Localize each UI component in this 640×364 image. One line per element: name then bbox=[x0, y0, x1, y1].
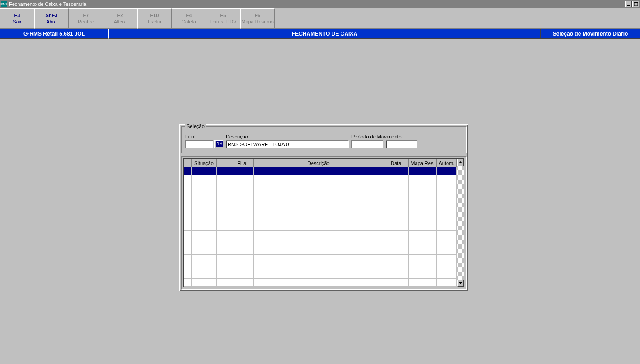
app-icon: RMS bbox=[1, 1, 7, 7]
toolbar-key: F4 bbox=[186, 13, 192, 18]
col-blank3[interactable] bbox=[224, 159, 231, 167]
table-row[interactable] bbox=[184, 167, 457, 175]
periodo-from-input[interactable] bbox=[351, 140, 383, 148]
toolbar-key: F7 bbox=[83, 13, 89, 18]
col-autom[interactable]: Autom. bbox=[437, 159, 457, 167]
toolbar-label: Coleta bbox=[182, 19, 196, 24]
col-descricao[interactable]: Descrição bbox=[254, 159, 383, 167]
filial-label: Filial bbox=[185, 134, 223, 139]
periodo-label: Período de Movimento bbox=[351, 134, 417, 139]
toolbar-exclui[interactable]: F10 Exclui bbox=[137, 8, 172, 29]
periodo-field: Período de Movimento bbox=[351, 134, 417, 148]
table-row[interactable] bbox=[184, 247, 457, 255]
grid-body bbox=[184, 167, 457, 287]
toolbar-label: Reabre bbox=[78, 19, 94, 24]
toolbar-reabre[interactable]: F7 Reabre bbox=[69, 8, 103, 29]
data-grid[interactable]: Situação Filial Descrição Data Mapa Res.… bbox=[183, 158, 464, 287]
filial-input[interactable] bbox=[185, 140, 213, 148]
table-row[interactable] bbox=[184, 271, 457, 279]
toolbar-label: Exclui bbox=[148, 19, 161, 24]
toolbar-sair[interactable]: F3 Sair bbox=[0, 8, 34, 29]
toolbar-mapa-resumo[interactable]: F6 Mapa Resumo bbox=[240, 8, 275, 29]
minimize-icon bbox=[627, 2, 631, 6]
toolbar-label: Altera bbox=[114, 19, 127, 24]
screen-subtitle: Seleção de Movimento Diário bbox=[541, 29, 640, 39]
main-panel: Seleção Filial 19 bbox=[179, 124, 468, 291]
periodo-to-input[interactable] bbox=[386, 140, 417, 148]
toolbar: F3 Sair ShF3 Abre F7 Reabre F2 Altera F1… bbox=[0, 8, 640, 29]
content-area: Seleção Filial 19 bbox=[0, 39, 640, 364]
toolbar-leitura-pdv[interactable]: F5 Leitura PDV bbox=[206, 8, 240, 29]
window-title: Fechamento de Caixa e Tesouraria bbox=[9, 1, 625, 7]
scroll-track[interactable] bbox=[457, 166, 464, 280]
table-row[interactable] bbox=[184, 239, 457, 247]
toolbar-label: Mapa Resumo bbox=[241, 19, 274, 24]
svg-rect-0 bbox=[627, 5, 630, 6]
filial-field: Filial 19 bbox=[185, 134, 223, 148]
toolbar-key: F5 bbox=[220, 13, 226, 18]
descricao-field: Descrição bbox=[226, 134, 349, 148]
chevron-up-icon bbox=[459, 161, 462, 163]
maximize-icon bbox=[634, 2, 638, 6]
col-blank1[interactable] bbox=[184, 159, 192, 167]
toolbar-key: F2 bbox=[117, 13, 123, 18]
svg-marker-7 bbox=[459, 282, 462, 284]
table-row[interactable] bbox=[184, 215, 457, 223]
toolbar-key: F3 bbox=[14, 13, 20, 18]
toolbar-key: F10 bbox=[150, 13, 159, 18]
toolbar-label: Leitura PDV bbox=[210, 19, 236, 24]
scroll-down-button[interactable] bbox=[457, 280, 464, 287]
toolbar-altera[interactable]: F2 Altera bbox=[103, 8, 137, 29]
table-row[interactable] bbox=[184, 231, 457, 239]
descricao-label: Descrição bbox=[226, 134, 349, 139]
table-row[interactable] bbox=[184, 175, 457, 183]
title-bar: RMS Fechamento de Caixa e Tesouraria bbox=[0, 0, 640, 8]
table-row[interactable] bbox=[184, 183, 457, 191]
svg-marker-6 bbox=[459, 161, 462, 163]
table-row[interactable] bbox=[184, 223, 457, 231]
filial-value: 19 bbox=[216, 141, 223, 147]
table-row[interactable] bbox=[184, 263, 457, 271]
selecao-fieldset: Seleção Filial 19 bbox=[181, 126, 467, 153]
table-row[interactable] bbox=[184, 207, 457, 215]
svg-rect-2 bbox=[634, 2, 638, 3]
toolbar-label: Sair bbox=[13, 19, 22, 24]
minimize-button[interactable] bbox=[625, 1, 632, 7]
table-row[interactable] bbox=[184, 191, 457, 199]
col-filial[interactable]: Filial bbox=[231, 159, 254, 167]
grid-container: Situação Filial Descrição Data Mapa Res.… bbox=[181, 156, 467, 290]
col-situacao[interactable]: Situação bbox=[192, 159, 217, 167]
screen-title: FECHAMENTO DE CAIXA bbox=[108, 29, 541, 39]
toolbar-abre[interactable]: ShF3 Abre bbox=[34, 8, 69, 29]
selecao-legend: Seleção bbox=[185, 124, 206, 129]
header-bar: G-RMS Retail 5.681 JOL FECHAMENTO DE CAI… bbox=[0, 29, 640, 39]
toolbar-key: F6 bbox=[255, 13, 261, 18]
maximize-button[interactable] bbox=[632, 1, 639, 7]
toolbar-key: ShF3 bbox=[46, 13, 58, 18]
table-row[interactable] bbox=[184, 279, 457, 287]
table-row[interactable] bbox=[184, 199, 457, 207]
chevron-down-icon bbox=[459, 282, 462, 284]
col-mapa-res[interactable]: Mapa Res. bbox=[409, 159, 437, 167]
toolbar-label: Abre bbox=[46, 19, 56, 24]
toolbar-coleta[interactable]: F4 Coleta bbox=[172, 8, 206, 29]
grid-scrollbar[interactable] bbox=[457, 159, 464, 287]
app-version: G-RMS Retail 5.681 JOL bbox=[0, 29, 108, 39]
col-data[interactable]: Data bbox=[383, 159, 409, 167]
descricao-input[interactable] bbox=[226, 140, 349, 148]
scroll-up-button[interactable] bbox=[457, 159, 464, 166]
col-blank2[interactable] bbox=[217, 159, 224, 167]
table-row[interactable] bbox=[184, 255, 457, 263]
